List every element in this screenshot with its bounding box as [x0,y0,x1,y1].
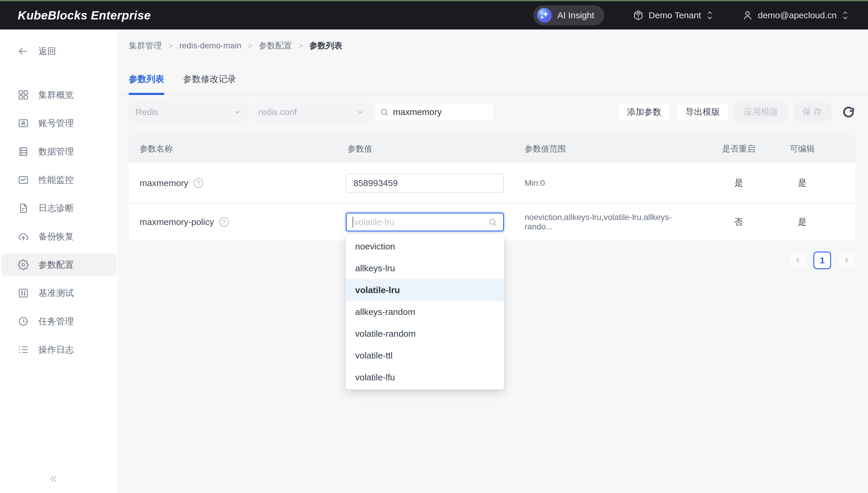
sidebar-item-label: 数据管理 [38,146,74,158]
breadcrumb-cluster-management[interactable]: 集群管理 [129,40,162,51]
value-range: Min:0 [525,178,702,188]
search-input[interactable] [393,107,488,117]
ai-insight-label: AI Insight [558,10,594,20]
sidebar-item-data-management[interactable]: 数据管理 [1,141,117,163]
breadcrumb-separator: > [248,41,252,50]
sidebar-item-account-management[interactable]: 账号管理 [1,112,117,134]
sidebar-item-label: 基准测试 [38,287,74,299]
maxmemory-policy-dropdown: noeviction allkeys-lru volatile-lru allk… [346,234,504,389]
maxmemory-policy-select[interactable]: volatile-lru [346,213,504,232]
tenant-label: Demo Tenant [649,10,701,20]
maxmemory-value-input[interactable] [346,174,504,193]
tenant-switcher[interactable]: Demo Tenant [633,10,713,21]
header-parameter-name: 参数名称 [129,143,346,154]
export-template-button[interactable]: 导出模版 [677,103,729,121]
sidebar-item-benchmark-test[interactable]: 基准测试 [1,282,117,304]
engine-select-value: Redis [136,107,158,117]
chevron-left-icon [794,257,802,264]
topbar: KubeBlocks Enterprise AI Insight [0,1,868,29]
dropdown-option-volatile-ttl[interactable]: volatile-ttl [346,345,504,366]
table-header: 参数名称 参数值 参数值范围 是否重启 可编辑 [129,135,855,163]
breadcrumb: 集群管理 > redis-demo-main > 参数配置 > 参数列表 [118,29,868,51]
help-icon[interactable]: ? [194,178,203,188]
table-row: maxmemory ? Min:0 是 是 [129,163,855,203]
sidebar-back-button[interactable]: 返回 [1,40,117,63]
ai-insight-button[interactable]: AI Insight [533,5,604,25]
header-restart-required: 是否重启 [702,143,775,154]
breadcrumb-parameter-configuration[interactable]: 参数配置 [259,40,292,51]
engine-select[interactable]: Redis [129,103,248,121]
cloud-upload-icon [18,231,29,242]
dropdown-option-allkeys-lru[interactable]: allkeys-lru [346,257,504,279]
page-number-button[interactable]: 1 [813,252,831,269]
parameter-name: maxmemory [140,178,188,188]
sidebar-collapse-button[interactable]: « [49,471,57,485]
dropdown-option-volatile-lfu[interactable]: volatile-lfu [346,366,504,388]
list-icon [18,344,29,355]
chart-icon [18,174,29,186]
back-arrow-icon [18,46,29,57]
dropdown-option-volatile-random[interactable]: volatile-random [346,323,504,345]
sidebar: 返回 集群概览 账号管理 数据管理 [0,29,118,493]
config-file-select[interactable]: redis.conf [251,103,371,121]
sidebar-item-log-diagnosis[interactable]: 日志诊断 [1,197,117,219]
id-card-icon [18,117,29,129]
header-parameter-value: 参数值 [346,143,525,154]
dropdown-option-volatile-lru[interactable]: volatile-lru [346,279,504,301]
parameter-name: maxmemory-policy [140,217,214,227]
breadcrumb-separator: > [298,41,303,50]
breadcrumb-cluster-name[interactable]: redis-demo-main [179,41,241,50]
sidebar-item-label: 日志诊断 [38,202,74,214]
select-placeholder: volatile-lru [354,217,395,227]
sidebar-item-cluster-overview[interactable]: 集群概览 [1,84,117,106]
next-page-button[interactable] [837,252,855,269]
header-value-range: 参数值范围 [525,143,702,154]
help-icon[interactable]: ? [219,217,229,227]
previous-page-button[interactable] [789,252,807,269]
chevron-down-icon [233,108,242,116]
ai-sparkle-icon [537,8,552,23]
gear-icon [18,259,29,271]
sidebar-item-task-management[interactable]: 任务管理 [1,310,117,333]
document-icon [18,202,29,214]
chevron-down-icon [356,108,364,116]
sidebar-item-label: 集群概览 [38,89,74,101]
parameter-table: 参数名称 参数值 参数值范围 是否重启 可编辑 maxmemory ? Min:… [129,135,855,241]
save-button[interactable]: 保 存 [793,103,831,121]
clock-icon [18,316,29,327]
tenant-cube-icon [633,10,644,21]
grid-icon [18,89,29,101]
sidebar-item-performance-monitoring[interactable]: 性能监控 [1,169,117,191]
sidebar-item-label: 任务管理 [38,316,74,327]
restart-required-value: 是 [702,177,775,189]
dropdown-option-allkeys-random[interactable]: allkeys-random [346,301,504,323]
sidebar-item-parameter-configuration[interactable]: 参数配置 [1,254,117,276]
tab-parameter-history[interactable]: 参数修改记录 [183,73,236,94]
chevron-updown-icon [842,10,849,20]
tab-parameter-list[interactable]: 参数列表 [129,73,164,95]
search-icon [488,218,497,227]
filter-toolbar: Redis redis.conf 添加参数 导出模版 应用模版 保 存 [129,103,855,121]
database-icon [18,146,29,157]
chevron-right-icon [843,257,850,264]
app-logo: KubeBlocks Enterprise [18,9,151,22]
breadcrumb-separator: > [168,41,173,50]
editable-value: 是 [775,177,829,189]
parameter-search [375,103,493,121]
restart-required-value: 否 [702,216,775,228]
dropdown-option-noeviction[interactable]: noeviction [346,236,504,257]
sidebar-item-operation-log[interactable]: 操作日志 [1,339,117,361]
sliders-icon [18,287,29,299]
editable-value: 是 [775,216,829,228]
sidebar-item-label: 参数配置 [38,259,74,271]
value-range: noeviction,allkeys-lru,volatile-lru,allk… [525,213,702,232]
sidebar-item-backup-restore[interactable]: 备份恢复 [1,225,117,248]
header-editable: 可编辑 [775,143,829,154]
apply-template-button[interactable]: 应用模版 [735,103,787,121]
search-icon [380,108,389,116]
sidebar-item-label: 性能监控 [38,174,74,186]
add-parameter-button[interactable]: 添加参数 [618,103,670,121]
content-area: 集群管理 > redis-demo-main > 参数配置 > 参数列表 参数列… [118,29,868,493]
refresh-icon[interactable] [842,105,855,119]
user-menu[interactable]: demo@apecloud.cn [742,10,849,21]
